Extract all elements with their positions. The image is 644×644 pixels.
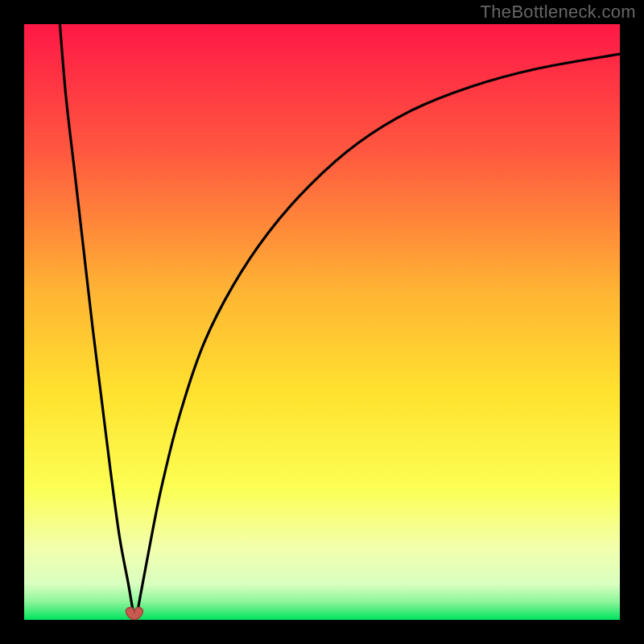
- bottleneck-chart: [24, 24, 620, 620]
- watermark-text: TheBottleneck.com: [481, 2, 636, 23]
- chart-frame: TheBottleneck.com: [0, 0, 644, 644]
- plot-area: [24, 24, 620, 620]
- gradient-background: [24, 24, 620, 620]
